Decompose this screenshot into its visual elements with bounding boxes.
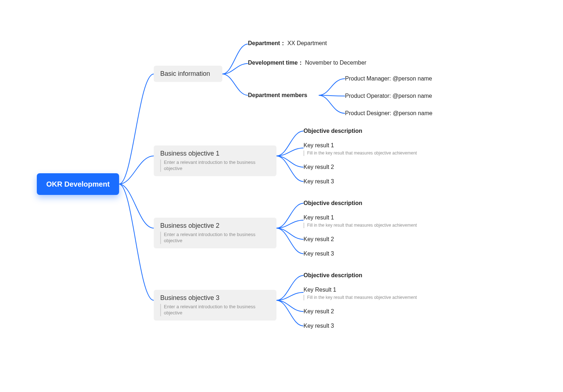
leaf-key-result[interactable]: Key result 3: [304, 322, 334, 330]
node-business-objective-2[interactable]: Business objective 2 Enter a relevant in…: [154, 218, 276, 248]
node-note: Enter a relevant introduction to the bus…: [160, 304, 270, 316]
node-department-members[interactable]: Department members: [248, 92, 307, 99]
node-title: Business objective 2: [160, 222, 270, 230]
leaf-member[interactable]: Product Operator: @person name: [345, 92, 432, 100]
root-label: OKR Development: [46, 180, 110, 188]
node-note: Enter a relevant introduction to the bus…: [160, 232, 270, 244]
leaf-key-result[interactable]: Key result 1 Fill in the key result that…: [304, 142, 417, 156]
leaf-member[interactable]: Product Designer: @person name: [345, 110, 432, 117]
leaf-key-result[interactable]: Key result 1 Fill in the key result that…: [304, 214, 417, 228]
leaf-objective-description[interactable]: Objective description: [304, 200, 362, 207]
leaf-objective-description[interactable]: Objective description: [304, 272, 362, 279]
node-title: Basic information: [160, 70, 216, 78]
leaf-key-result[interactable]: Key result 2: [304, 164, 334, 171]
node-title: Business objective 1: [160, 150, 270, 157]
root-node[interactable]: OKR Development: [37, 173, 119, 195]
leaf-key-result[interactable]: Key result 2: [304, 236, 334, 243]
node-title: Business objective 3: [160, 294, 270, 302]
mindmap-canvas: OKR Development Basic information Depart…: [0, 0, 563, 392]
node-basic-information[interactable]: Basic information: [154, 66, 222, 82]
mindmap-edges: [0, 0, 563, 392]
leaf-key-result[interactable]: Key result 2: [304, 308, 334, 315]
leaf-key-result[interactable]: Key Result 1 Fill in the key result that…: [304, 286, 417, 300]
leaf-development-time[interactable]: Development time： November to December: [248, 59, 366, 66]
leaf-member[interactable]: Product Manager: @person name: [345, 75, 432, 82]
leaf-department[interactable]: Department： XX Department: [248, 40, 327, 47]
leaf-key-result[interactable]: Key result 3: [304, 178, 334, 185]
node-business-objective-1[interactable]: Business objective 1 Enter a relevant in…: [154, 145, 276, 176]
node-note: Enter a relevant introduction to the bus…: [160, 160, 270, 172]
leaf-key-result[interactable]: Key result 3: [304, 250, 334, 257]
leaf-objective-description[interactable]: Objective description: [304, 127, 362, 135]
node-business-objective-3[interactable]: Business objective 3 Enter a relevant in…: [154, 290, 276, 321]
